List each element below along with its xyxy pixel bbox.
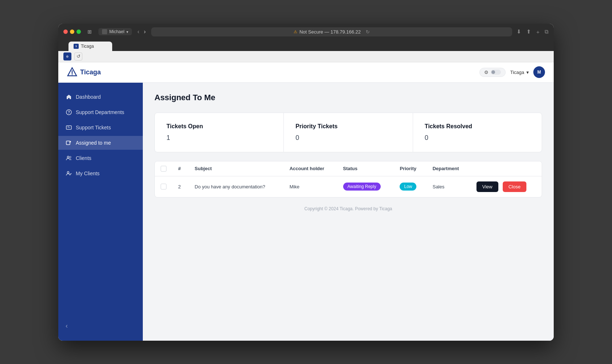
close-button[interactable]	[63, 30, 68, 34]
tabs-icon[interactable]: ⧉	[545, 28, 549, 35]
close-ticket-button[interactable]: Close	[503, 181, 526, 192]
stat-value-priority: 0	[295, 134, 401, 142]
undo-icon[interactable]: ↺	[74, 52, 82, 60]
tab-label: Ticaga	[81, 44, 94, 49]
stat-label-open: Tickets Open	[166, 123, 272, 130]
sidebar-item-label: Support Departments	[76, 109, 124, 115]
row-priority: Low	[394, 176, 427, 197]
row-checkbox[interactable]	[161, 184, 166, 189]
svg-rect-6	[66, 141, 70, 145]
row-checkbox-cell	[155, 176, 172, 197]
sidebar-item-my-clients[interactable]: My Clients	[58, 167, 143, 180]
traffic-lights	[63, 30, 81, 34]
clients-icon	[66, 155, 72, 161]
priority-badge: Low	[400, 183, 416, 191]
ticket-icon	[66, 124, 72, 131]
stat-card-priority: Priority Tickets 0	[284, 113, 413, 152]
share-icon[interactable]: ⬆	[526, 28, 531, 35]
sidebar-item-support-tickets[interactable]: Support Tickets	[58, 121, 143, 134]
stats-row: Tickets Open 1 Priority Tickets 0 Ticket…	[154, 113, 542, 152]
sidebar: Dashboard ? Support Departments	[58, 83, 143, 341]
col-status: Status	[337, 161, 394, 176]
sidebar-item-dashboard[interactable]: Dashboard	[58, 90, 143, 104]
view-button[interactable]: View	[476, 181, 498, 192]
stat-label-resolved: Tickets Resolved	[425, 123, 530, 130]
sidebar-toggle-icon[interactable]: ⊞	[85, 28, 94, 35]
stat-value-open: 1	[166, 134, 272, 142]
col-checkbox	[155, 161, 172, 176]
avatar[interactable]: M	[533, 66, 545, 78]
maximize-button[interactable]	[76, 30, 81, 34]
status-badge: Awaiting Reply	[343, 183, 381, 191]
browser-tab[interactable]: 1 Ticaga	[68, 42, 112, 51]
new-tab-icon[interactable]: +	[536, 29, 540, 35]
sidebar-item-label: Clients	[76, 155, 91, 161]
svg-text:?: ?	[68, 110, 70, 114]
assign-icon	[66, 140, 72, 146]
row-status: Awaiting Reply	[337, 176, 394, 197]
profile-label: Michael	[109, 29, 124, 34]
sidebar-item-support-departments[interactable]: ? Support Departments	[58, 105, 143, 119]
org-button[interactable]: Ticaga ▾	[510, 70, 529, 75]
extensions-icon[interactable]: ⊕	[63, 52, 71, 60]
top-bar: Ticaga ⚙ Ticaga ▾ M	[58, 62, 554, 83]
profile-button[interactable]: Michael ▾	[98, 28, 132, 35]
col-priority: Priority	[394, 161, 427, 176]
gear-icon: ⚙	[484, 70, 489, 75]
profile-icon	[102, 29, 107, 34]
tab-favicon: 1	[74, 44, 79, 49]
row-actions: View Close	[471, 176, 542, 197]
nav-arrows: ‹ ›	[136, 28, 147, 35]
mini-toolbar: ⊕ ↺	[58, 51, 554, 62]
sidebar-collapse-icon[interactable]: ‹	[58, 318, 143, 333]
logo-text: Ticaga	[80, 69, 101, 76]
chevron-down-icon: ▾	[526, 70, 529, 75]
svg-point-8	[70, 156, 71, 158]
page-title: Assigned To Me	[154, 93, 542, 102]
minimize-button[interactable]	[70, 30, 74, 34]
stat-card-resolved: Tickets Resolved 0	[413, 113, 542, 152]
url-text: Not Secure — 178.79.166.22	[299, 29, 361, 35]
address-bar[interactable]: ⚠ Not Secure — 178.79.166.22 ↻	[151, 27, 512, 36]
top-bar-right: ⚙ Ticaga ▾ M	[479, 66, 545, 78]
table-row: 2 Do you have any documentation? Mike Aw…	[155, 176, 542, 197]
row-department: Sales	[427, 176, 470, 197]
actions-cell: View Close	[476, 181, 536, 192]
lock-icon: ⚠	[294, 30, 297, 34]
row-id: 2	[172, 176, 189, 197]
chevron-down-icon: ▾	[126, 30, 128, 34]
question-icon: ?	[66, 109, 72, 116]
svg-point-9	[67, 171, 69, 173]
org-label: Ticaga	[510, 70, 524, 75]
sidebar-item-clients[interactable]: Clients	[58, 151, 143, 165]
col-account-holder: Account holder	[284, 161, 337, 176]
col-actions	[471, 161, 542, 176]
tickets-table: # Subject Account holder Status Priority…	[155, 161, 542, 197]
logo-icon	[67, 67, 77, 77]
stat-value-resolved: 0	[425, 134, 530, 142]
download-icon[interactable]: ⬇	[517, 28, 521, 35]
content-wrapper: Dashboard ? Support Departments	[58, 83, 554, 341]
row-subject: Do you have any documentation?	[189, 176, 283, 197]
sidebar-item-label: Support Tickets	[76, 125, 111, 130]
col-subject: Subject	[189, 161, 283, 176]
sidebar-item-assigned-to-me[interactable]: Assigned to me	[58, 136, 143, 150]
toggle-indicator	[491, 70, 501, 75]
reload-icon[interactable]: ↻	[366, 29, 370, 35]
stat-label-priority: Priority Tickets	[295, 123, 401, 130]
sidebar-item-label: Dashboard	[76, 94, 101, 100]
col-department: Department	[427, 161, 470, 176]
select-all-checkbox[interactable]	[161, 166, 166, 172]
sidebar-item-label: Assigned to me	[76, 140, 111, 146]
row-account-holder: Mike	[284, 176, 337, 197]
logo-area: Ticaga	[67, 67, 101, 77]
forward-arrow-icon[interactable]: ›	[143, 28, 147, 35]
footer-text: Copyright © 2024 Ticaga. Powered by Tica…	[154, 206, 542, 211]
table-container: # Subject Account holder Status Priority…	[154, 161, 542, 197]
sidebar-item-label: My Clients	[76, 171, 99, 176]
address-bar-row: ⚠ Not Secure — 178.79.166.22 ↻	[151, 27, 512, 36]
gear-button[interactable]: ⚙	[479, 68, 506, 77]
my-clients-icon	[66, 170, 72, 177]
back-arrow-icon[interactable]: ‹	[136, 28, 140, 35]
browser-icons: ⬇ ⬆ + ⧉	[517, 28, 549, 35]
